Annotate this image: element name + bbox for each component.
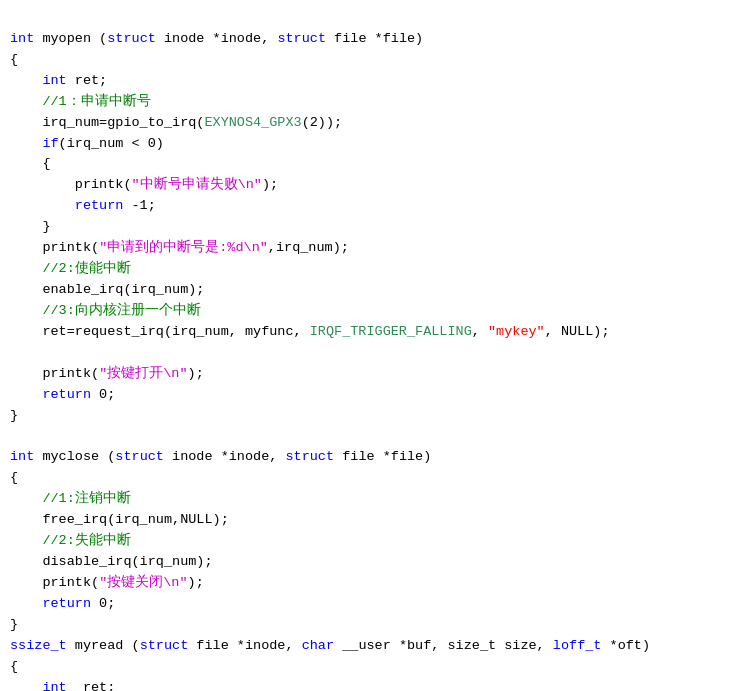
code-display: int myopen (struct inode *inode, struct …	[10, 8, 745, 691]
